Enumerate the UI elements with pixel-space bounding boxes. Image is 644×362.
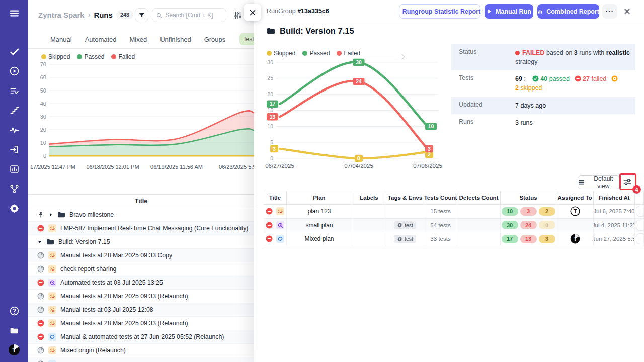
plan-link[interactable]: small plan [305,222,333,229]
sidebar-avatar-button[interactable]: T [8,344,20,356]
run-list-item[interactable]: check report sharing [28,262,254,276]
plan-link[interactable]: plan 123 [307,208,331,215]
column-settings-button[interactable] [233,11,243,20]
svg-text:13: 13 [270,114,276,120]
run-list-item[interactable] [28,357,254,362]
combined-report-button[interactable]: Combined Report [537,4,599,19]
run-list-item[interactable]: Manual tests at 28 Mar 2025 09:33 (Relau… [28,290,254,303]
legend-dot-icon [111,54,116,59]
run-list-item[interactable]: Mixed origin (Relaunch) [28,344,254,357]
panel-close-button[interactable] [620,4,633,19]
column-header-status[interactable]: Status [501,191,556,204]
sidebar-play-circle-button[interactable] [8,65,20,77]
failed-status-icon [266,222,273,229]
skipped-pill: 2 [539,207,555,216]
column-header-title[interactable]: Title [264,191,287,204]
passed-pill: 10 [502,207,518,216]
table-settings-button[interactable] [623,177,632,187]
run-list-item[interactable]: Automated tests at 03 Jul 2025 13:25 [28,276,254,290]
cell [386,205,424,218]
failed-status-icon [266,235,273,242]
run-list-item[interactable]: Build: Version 7.15 [28,235,254,249]
rungroup-chart-legend: SkippedPassedFailed [267,50,360,57]
search-input[interactable] [165,12,222,19]
drawer-close-button[interactable] [244,4,261,21]
svg-text:70: 70 [40,61,46,67]
sidebar-folders-button[interactable] [8,324,20,336]
run-list-item[interactable]: Manual tests at 03 Jul 2025 12:08 [28,303,254,317]
plan-link[interactable]: Mixed plan [304,235,334,242]
column-header-finished-at[interactable]: Finished At [594,191,635,204]
cell [457,219,501,232]
rungroup-statistic-report-button[interactable]: Rungroup Statistic Report [399,4,480,19]
svg-text:0: 0 [43,153,46,159]
filter-button[interactable] [135,8,148,22]
tests-value: 69 : 40 passed27 failed2 skipped [515,74,635,93]
runs-list: Title Bravo milestoneLMP-587 Implement R… [28,194,254,362]
rungroup-legend-passed: Passed [302,50,330,57]
column-header-tags-envs[interactable]: Tags & Envs [386,191,424,204]
runs-list-rows: Bravo milestoneLMP-587 Implement Real-Ti… [28,208,254,362]
tab-manual[interactable]: Manual [50,36,72,43]
sidebar-branch-button[interactable] [8,183,20,195]
sidebar-menu-button[interactable] [8,7,20,19]
tab-groups[interactable]: Groups [204,36,226,43]
svg-text:T: T [12,347,16,354]
neutral-status-icon [37,293,44,300]
workflow-tag-pill[interactable]: test work [239,33,254,45]
svg-text:20: 20 [267,91,273,97]
app-window: T Zyntra Spark › Runs 243 [0,0,644,362]
breadcrumb: Zyntra Spark › Runs 243 [38,10,133,19]
sidebar-list-check-button[interactable] [8,84,20,97]
sidebar-help-button[interactable] [8,305,20,317]
legend-label: Skipped [48,53,70,60]
run-list-item[interactable]: Bravo milestone [28,208,254,222]
tag-chip[interactable]: test [394,221,416,229]
sidebar-activity-button[interactable] [8,124,20,136]
svg-text:0: 0 [270,155,273,161]
sidebar-sign-in-button[interactable] [8,143,20,155]
more-actions-button[interactable]: ··· [602,4,617,19]
cell: T [556,232,594,246]
assignee-avatar: T [570,206,580,216]
table-row[interactable]: small plantest54 tests30240Jul 4, 2025 1… [264,219,644,233]
tag-chip[interactable]: test [394,235,416,243]
column-header-defects-count[interactable]: Defects Count [457,191,501,204]
rungroup-label: RunGroup [267,8,296,15]
run-title: check report sharing [60,265,116,273]
sidebar-gear-button[interactable] [8,202,20,214]
run-list-item[interactable]: Manual tests at 28 Mar 2025 09:33 Copy [28,249,254,262]
column-header-tests-count[interactable]: Tests Count [424,191,457,204]
folder-run-icon [46,238,54,246]
svg-text:25: 25 [267,75,273,81]
table-row[interactable]: Mixed plantest33 tests17133TJun 27, 2025… [264,232,644,246]
sidebar-steps-button[interactable] [8,104,20,116]
finished-at: Jul 6, 2025 7:40 [594,208,634,214]
run-list-item[interactable]: Manual tests at 28 Mar 2025 09:33 (Relau… [28,317,254,330]
run-list-item[interactable]: Manual & automated tests at 27 Jun 2025 … [28,330,254,344]
tabs-slot: ManualAutomatedMixedUnfinishedGroups [50,36,225,43]
cell: test [386,232,424,246]
runs-legend-skipped: Skipped [41,53,70,60]
breadcrumb-project[interactable]: Zyntra Spark [38,11,85,19]
bar-chart-icon [537,8,543,15]
svg-text:20: 20 [40,127,46,133]
table-row[interactable]: plan 12315 tests1032TJul 6, 2025 7:40 [264,205,644,219]
cell [352,232,386,246]
column-header-labels[interactable]: Labels [352,191,386,204]
tab-mixed[interactable]: Mixed [130,36,147,43]
tab-automated[interactable]: Automated [85,36,117,43]
sidebar-check-button[interactable] [8,45,20,57]
column-header-plan[interactable]: Plan [287,191,352,204]
search-box[interactable] [152,8,226,22]
manual-run-button[interactable]: Manual Run [485,4,533,19]
run-list-item[interactable]: LMP-587 Implement Real-Time Chat Messagi… [28,222,254,235]
run-title: Mixed origin (Relaunch) [60,347,126,354]
combined-report-label: Combined Report [546,8,599,15]
cell: 33 tests [424,232,457,246]
tab-unfinished[interactable]: Unfinished [160,36,191,43]
pin-icon [37,211,44,218]
sidebar-bar-chart-button[interactable] [8,163,20,175]
column-header-assigned-to[interactable]: Assigned To [556,191,594,204]
default-view-button[interactable]: Default view [578,175,620,189]
